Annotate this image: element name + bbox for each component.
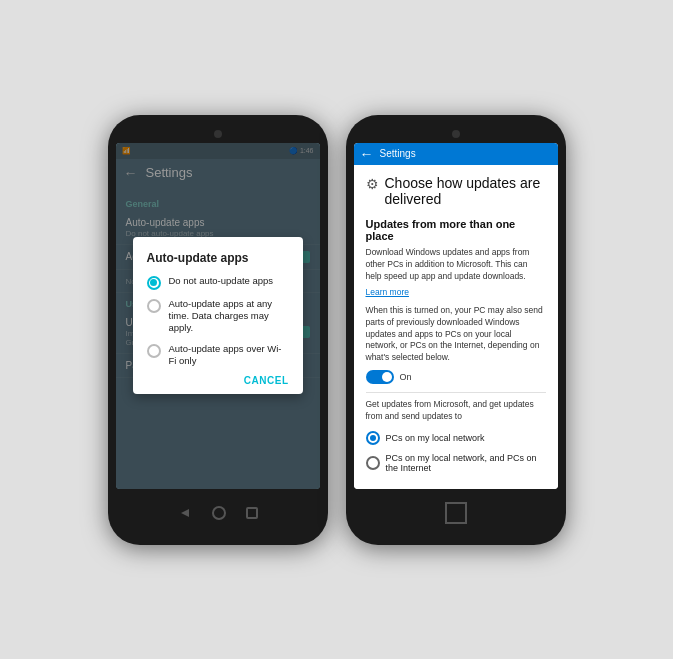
win-radio-group: PCs on my local network PCs on my local …	[366, 431, 546, 473]
option-2-text: Auto-update apps over Wi-Fi only	[169, 343, 289, 368]
dialog-overlay: Auto-update apps Do not auto-update apps…	[116, 143, 320, 489]
dialog-title: Auto-update apps	[147, 251, 289, 265]
win-page-title-row: ⚙ Choose how updates are delivered	[366, 175, 546, 209]
win-toggle-label: On	[400, 372, 412, 382]
win-back-icon[interactable]: ←	[360, 147, 374, 161]
option-1-text: Auto-update apps at any time. Data charg…	[169, 298, 289, 335]
win-phone-top-bar	[354, 125, 558, 143]
win-divider	[366, 392, 546, 393]
dialog-option-1[interactable]: Auto-update apps at any time. Data charg…	[147, 298, 289, 335]
win-radio-inner-0	[370, 435, 376, 441]
win-radio-option-1[interactable]: PCs on my local network, and PCs on the …	[366, 453, 546, 473]
dialog-option-0[interactable]: Do not auto-update apps	[147, 275, 289, 290]
nav-back-btn[interactable]	[178, 506, 192, 520]
android-screen: 📶 🔵 1:46 ← Settings General Auto-u	[116, 143, 320, 489]
phone-camera	[214, 130, 222, 138]
option-0-text: Do not auto-update apps	[169, 275, 274, 287]
svg-marker-0	[181, 509, 189, 517]
radio-0[interactable]	[147, 276, 161, 290]
radio-2[interactable]	[147, 344, 161, 358]
nav-recent-btn[interactable]	[246, 507, 258, 519]
dialog-option-2[interactable]: Auto-update apps over Wi-Fi only	[147, 343, 289, 368]
windows-phone: ← Settings ⚙ Choose how updates are deli…	[346, 115, 566, 545]
android-phone: 📶 🔵 1:46 ← Settings General Auto-u	[108, 115, 328, 545]
cancel-button[interactable]: CANCEL	[244, 375, 289, 386]
gear-icon: ⚙	[366, 176, 379, 192]
win-learn-more-link[interactable]: Learn more	[366, 287, 546, 297]
win-get-updates-text: Get updates from Microsoft, and get upda…	[366, 399, 546, 423]
win-header-bar: ← Settings	[354, 143, 558, 165]
win-header-title: Settings	[380, 148, 416, 159]
android-nav-bar	[116, 495, 320, 531]
win-radio-option-0[interactable]: PCs on my local network	[366, 431, 546, 445]
win-radio-1[interactable]	[366, 456, 380, 470]
nav-home-btn[interactable]	[212, 506, 226, 520]
scene: 📶 🔵 1:46 ← Settings General Auto-u	[108, 115, 566, 545]
win-home-btn[interactable]	[445, 502, 467, 524]
win-radio-label-0: PCs on my local network	[386, 433, 485, 443]
dialog-actions: CANCEL	[147, 375, 289, 386]
win-radio-0[interactable]	[366, 431, 380, 445]
win-body-text1: Download Windows updates and apps from o…	[366, 247, 546, 283]
radio-inner-0	[150, 279, 157, 286]
win-toggle-row: On	[366, 370, 546, 384]
windows-screen: ← Settings ⚙ Choose how updates are deli…	[354, 143, 558, 489]
win-body-text2: When this is turned on, your PC may also…	[366, 305, 546, 364]
win-toggle-knob	[382, 372, 392, 382]
win-toggle[interactable]	[366, 370, 394, 384]
win-content: ⚙ Choose how updates are delivered Updat…	[354, 165, 558, 489]
win-section-title: Updates from more than one place	[366, 218, 546, 242]
phone-top-bar	[116, 125, 320, 143]
win-page-title: Choose how updates are delivered	[385, 175, 546, 209]
auto-update-dialog: Auto-update apps Do not auto-update apps…	[133, 237, 303, 395]
win-phone-camera	[452, 130, 460, 138]
radio-1[interactable]	[147, 299, 161, 313]
win-radio-label-1: PCs on my local network, and PCs on the …	[386, 453, 546, 473]
win-nav-bar	[354, 495, 558, 531]
